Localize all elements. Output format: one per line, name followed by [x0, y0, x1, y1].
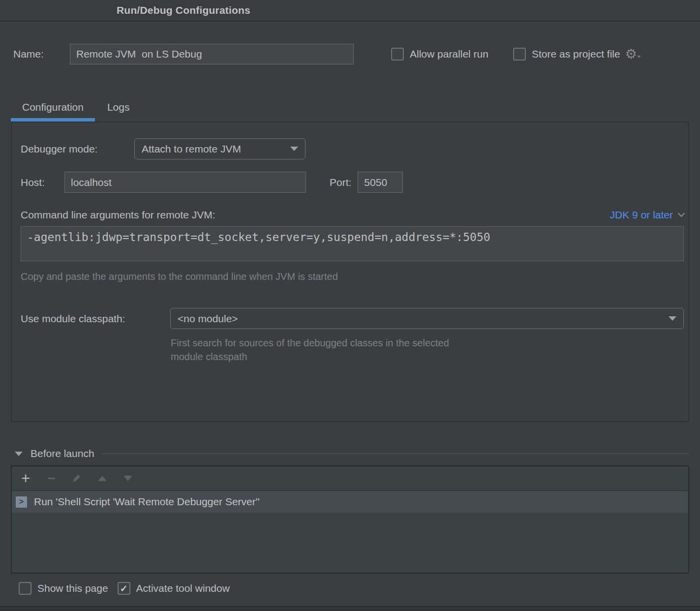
section-divider: [102, 454, 689, 454]
debugger-mode-row: Debugger mode: Attach to remote JVM: [21, 138, 684, 159]
dialog-title: Run/Debug Configurations: [117, 4, 250, 16]
bottom-separator: [0, 606, 700, 611]
shell-script-icon: >: [16, 496, 27, 508]
debugger-mode-select[interactable]: Attach to remote JVM: [134, 138, 305, 159]
chevron-down-icon: [669, 316, 676, 321]
pencil-icon: [71, 473, 82, 484]
allow-parallel-run-checkbox[interactable]: [391, 48, 404, 61]
gear-caret-icon: [637, 56, 641, 58]
before-launch-task-row[interactable]: > Run 'Shell Script 'Wait Remote Debugge…: [12, 491, 688, 513]
show-this-page-checkbox[interactable]: [19, 582, 31, 595]
edit-task-button[interactable]: [71, 473, 83, 484]
module-hint-line2: module classpath: [171, 350, 684, 364]
module-classpath-hint: First search for sources of the debugged…: [171, 336, 684, 364]
before-launch-title: Before launch: [30, 448, 94, 459]
remove-task-button[interactable]: [45, 478, 57, 479]
tab-logs[interactable]: Logs: [96, 96, 141, 122]
jdk-version-select[interactable]: JDK 9 or later: [610, 209, 684, 221]
host-input[interactable]: [64, 172, 306, 193]
host-port-row: Host: Port:: [21, 172, 684, 193]
port-input[interactable]: [358, 172, 403, 193]
add-task-button[interactable]: +: [20, 471, 31, 486]
dialog-titlebar: Run/Debug Configurations: [0, 0, 700, 22]
before-launch-task-label: Run 'Shell Script 'Wait Remote Debugger …: [34, 496, 260, 508]
debugger-mode-label: Debugger mode:: [21, 143, 134, 155]
debugger-mode-value: Attach to remote JVM: [142, 143, 241, 155]
name-input[interactable]: [70, 44, 354, 64]
command-line-hint: Copy and paste the arguments to the comm…: [21, 271, 684, 282]
command-line-header: Command line arguments for remote JVM: J…: [21, 208, 684, 222]
chevron-down-icon: [290, 147, 298, 151]
before-launch-header[interactable]: Before launch: [15, 447, 689, 460]
store-as-project-file-checkbox[interactable]: [513, 48, 526, 61]
gear-icon[interactable]: ⚙: [625, 48, 641, 61]
before-launch-list: + > Run 'Shell Script 'Wait Remote Debug…: [11, 465, 689, 574]
chevron-down-icon: [678, 210, 685, 217]
arrow-down-icon: [123, 476, 132, 481]
tab-bar: Configuration Logs: [11, 96, 700, 122]
activate-tool-window-checkbox[interactable]: ✓: [118, 582, 130, 595]
tab-configuration[interactable]: Configuration: [11, 96, 95, 122]
module-hint-line1: First search for sources of the debugged…: [171, 336, 684, 350]
collapse-triangle-icon[interactable]: [15, 452, 23, 456]
footer-options: Show this page ✓ Activate tool window: [19, 582, 700, 595]
name-row: Name: Allow parallel run Store as projec…: [0, 44, 700, 64]
run-debug-configurations-dialog: Run/Debug Configurations Name: Allow par…: [0, 0, 700, 595]
store-as-project-file-label: Store as project file: [532, 48, 620, 60]
arrow-up-icon: [98, 476, 107, 481]
module-classpath-label: Use module classpath:: [21, 313, 170, 325]
module-classpath-row: Use module classpath: <no module>: [21, 308, 684, 329]
module-classpath-select[interactable]: <no module>: [170, 308, 684, 329]
minus-icon: [48, 478, 55, 479]
plus-icon: +: [21, 471, 30, 486]
module-classpath-value: <no module>: [178, 313, 238, 325]
host-label: Host:: [21, 177, 64, 188]
command-line-arguments-field[interactable]: -agentlib:jdwp=transport=dt_socket,serve…: [21, 226, 684, 261]
command-line-label: Command line arguments for remote JVM:: [21, 209, 215, 221]
jdk-version-value: JDK 9 or later: [610, 209, 673, 221]
move-up-button[interactable]: [96, 476, 108, 481]
before-launch-toolbar: +: [12, 466, 688, 491]
show-this-page-label: Show this page: [37, 582, 108, 594]
activate-tool-window-label: Activate tool window: [136, 582, 230, 594]
name-label: Name:: [13, 48, 70, 60]
allow-parallel-run-label: Allow parallel run: [410, 48, 488, 60]
configuration-panel: Debugger mode: Attach to remote JVM Host…: [11, 122, 689, 422]
move-down-button[interactable]: [122, 476, 134, 481]
check-icon: ✓: [120, 584, 128, 593]
port-label: Port:: [330, 177, 351, 188]
